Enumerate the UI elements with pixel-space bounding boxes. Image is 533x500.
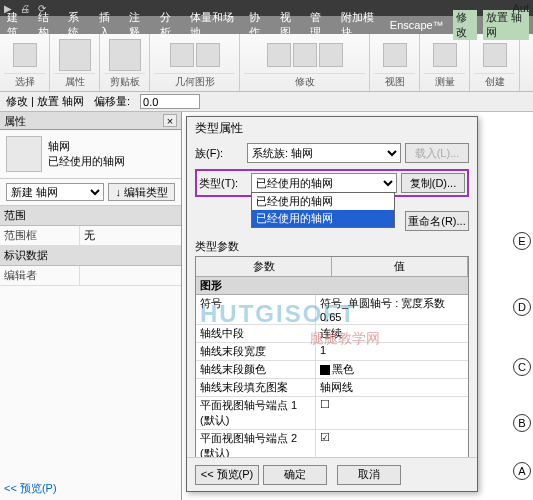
ribbon-group-geom: 几何图形 [150,34,240,91]
load-button: 载入(L)... [405,143,469,163]
close-icon[interactable]: × [163,114,177,127]
param-k: 轴线末段宽度 [196,343,316,360]
type-thumb [6,136,42,172]
param-k: 轴线末段颜色 [196,361,316,378]
param-k: 平面视图轴号端点 1 (默认) [196,397,316,429]
col-value: 值 [332,257,468,276]
param-k: 符号 [196,295,316,324]
annotation-a: A [513,462,531,480]
cancel-button[interactable]: 取消 [337,465,401,485]
preview-button[interactable]: << 预览(P) [195,465,259,485]
offset-label: 偏移量: [94,94,130,109]
annotation-d: D [513,298,531,316]
ribbon-group-props: 属性 [50,34,100,91]
color-swatch [320,365,330,375]
type-name: 已经使用的轴网 [48,154,125,169]
annotation-e: E [513,232,531,250]
param-v[interactable]: 轴网线 [316,379,468,396]
family-label: 族(F): [195,146,243,161]
dropdown-option[interactable]: 已经使用的轴网 [252,193,394,210]
modify-icon[interactable] [267,43,291,67]
offset-input[interactable] [140,94,200,109]
geom-icon[interactable] [196,43,220,67]
type-highlight: 类型(T): 已经使用的轴网 复制(D)... 已经使用的轴网 已经使用的轴网 [195,169,469,197]
group-graphics: 图形 [196,277,468,295]
menu-enscape[interactable]: Enscape™ [387,19,447,31]
context-label: 修改 | 放置 轴网 [6,94,84,109]
family-select[interactable]: 系统族: 轴网 [247,143,401,163]
props-title: 属性 [4,114,26,127]
dialog-title: 类型属性 [187,117,477,139]
annotation-c: C [513,358,531,376]
param-v[interactable]: 1 [316,343,468,360]
param-v[interactable]: 黑色 [316,361,468,378]
param-v[interactable]: 符号_单圆轴号 : 宽度系数 0.65 [316,295,468,324]
props-icon[interactable] [59,39,91,71]
family-name: 轴网 [48,139,125,154]
edit-type-button[interactable]: ↓ 编辑类型 [108,183,175,201]
section-identity: 标识数据 [0,246,181,266]
paste-icon[interactable] [109,39,141,71]
properties-panel: 属性× 轴网 已经使用的轴网 新建 轴网 ↓ 编辑类型 范围 范围框无 标识数据… [0,112,182,500]
annotation-b: B [513,414,531,432]
modify-icon[interactable] [319,43,343,67]
scope-box-value[interactable]: 无 [80,226,181,245]
measure-icon[interactable] [433,43,457,67]
param-k: 轴线末段填充图案 [196,379,316,396]
type-properties-dialog: 类型属性 族(F): 系统族: 轴网 载入(L)... 类型(T): 已经使用的… [186,116,478,492]
params-table: 参数值 图形 符号符号_单圆轴号 : 宽度系数 0.65 轴线中段连续 轴线末段… [195,256,469,457]
col-param: 参数 [196,257,332,276]
ribbon-group-measure: 测量 [420,34,470,91]
scope-box-label: 范围框 [0,226,80,245]
geom-icon[interactable] [170,43,194,67]
type-dropdown[interactable]: 已经使用的轴网 已经使用的轴网 [251,192,395,228]
ribbon-group-modify: 修改 [240,34,370,91]
section-extents: 范围 [0,206,181,226]
param-k: 平面视图轴号端点 2 (默认) [196,430,316,457]
type-selector[interactable]: 新建 轴网 [6,183,104,201]
param-v[interactable]: ☐ [316,397,468,429]
select-icon[interactable] [13,43,37,67]
param-k: 轴线中段 [196,325,316,342]
preview-link[interactable]: << 预览(P) [4,481,57,496]
rename-button[interactable]: 重命名(R)... [405,211,469,231]
view-icon[interactable] [383,43,407,67]
params-label: 类型参数 [195,237,469,256]
type-label: 类型(T): [199,176,247,191]
app-name: Aut [512,2,529,14]
options-bar: 修改 | 放置 轴网 偏移量: [0,92,533,112]
create-icon[interactable] [483,43,507,67]
type-select[interactable]: 已经使用的轴网 [251,173,397,193]
ribbon-group-select: 选择 [0,34,50,91]
dropdown-option-selected[interactable]: 已经使用的轴网 [252,210,394,227]
param-v[interactable]: 连续 [316,325,468,342]
modify-icon[interactable] [293,43,317,67]
ribbon: 选择 属性 剪贴板 几何图形 修改 视图 测量 创建 [0,34,533,92]
ok-button[interactable]: 确定 [263,465,327,485]
ribbon-group-view: 视图 [370,34,420,91]
editor-label: 编辑者 [0,266,80,285]
ribbon-group-clip: 剪贴板 [100,34,150,91]
ribbon-group-create: 创建 [470,34,520,91]
editor-value[interactable] [80,266,181,285]
menu-bar: 建筑 结构 系统 插入 注释 分析 体量和场地 协作 视图 管理 附加模块 En… [0,16,533,34]
copy-button[interactable]: 复制(D)... [401,173,465,193]
param-v[interactable]: ☑ [316,430,468,457]
